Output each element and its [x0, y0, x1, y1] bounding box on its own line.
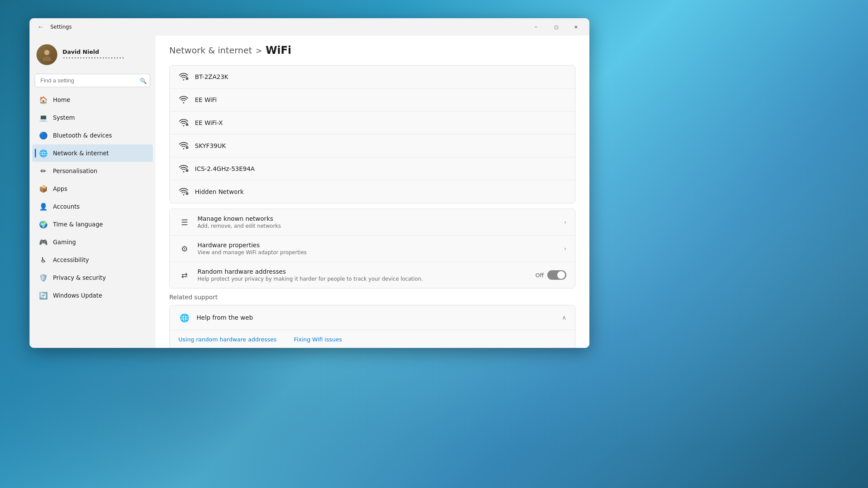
support-links: Using random hardware addressesFixing Wi…	[170, 330, 575, 348]
settings-row-random-hardware[interactable]: ⇄ Random hardware addresses Help protect…	[170, 262, 575, 288]
personalisation-icon: ✏️	[39, 167, 48, 175]
settings-row-title: Hardware properties	[197, 242, 557, 249]
sidebar-item-gaming[interactable]: 🎮 Gaming	[32, 233, 153, 251]
chevron-up-icon: ∧	[562, 314, 566, 321]
sidebar-item-bluetooth[interactable]: 🔵 Bluetooth & devices	[32, 127, 153, 144]
update-icon: 🔄	[39, 291, 48, 300]
user-info: David Nield ••••••••••••••••••••••	[62, 49, 125, 61]
settings-row-desc: Help protect your privacy by making it h…	[197, 276, 529, 282]
sidebar-item-privacy[interactable]: 🛡️ Privacy & security	[32, 269, 153, 286]
sidebar-item-label: Personalisation	[53, 167, 97, 174]
sidebar-item-label: Privacy & security	[53, 274, 106, 281]
sidebar-item-label: Accounts	[53, 203, 80, 210]
settings-row-hardware-properties[interactable]: ⚙ Hardware properties View and manage Wi…	[170, 236, 575, 262]
sidebar-item-label: Network & internet	[53, 150, 109, 157]
wifi-icon	[178, 95, 189, 105]
toggle-label: Off	[536, 272, 544, 278]
settings-row-title: Manage known networks	[197, 215, 557, 222]
titlebar-controls: − ▢ ✕	[526, 20, 586, 34]
toggle-wrap: Off	[536, 270, 566, 280]
network-name: EE WiFi	[195, 96, 217, 103]
user-name: David Nield	[62, 49, 125, 55]
globe-icon: 🌐	[178, 311, 191, 324]
support-link[interactable]: Using random hardware addresses	[178, 336, 276, 343]
support-header[interactable]: 🌐 Help from the web ∧	[170, 305, 575, 330]
system-icon: 💻	[39, 113, 48, 122]
svg-rect-10	[186, 193, 188, 195]
chevron-right-icon: ›	[564, 219, 566, 226]
network-item[interactable]: Hidden Network	[170, 180, 575, 203]
svg-rect-4	[186, 124, 188, 126]
home-icon: 🏠	[39, 95, 48, 104]
time-icon: 🌍	[39, 220, 48, 229]
titlebar: ← Settings − ▢ ✕	[30, 18, 589, 36]
sidebar-item-update[interactable]: 🔄 Windows Update	[32, 287, 153, 304]
support-link[interactable]: Fixing Wifi issues	[294, 336, 342, 343]
sidebar-item-time[interactable]: 🌍 Time & language	[32, 216, 153, 233]
svg-point-0	[44, 50, 49, 55]
sidebar-item-system[interactable]: 💻 System	[32, 109, 153, 126]
svg-rect-2	[186, 78, 188, 80]
settings-row-right: ›	[564, 219, 566, 226]
network-list: BT-2ZA23K EE WiFi EE WiFi-X SKYF39UK	[169, 65, 575, 203]
sidebar-item-accessibility[interactable]: ♿ Accessibility	[32, 251, 153, 269]
related-support-title: Related support	[169, 294, 575, 301]
sidebar-item-accounts[interactable]: 👤 Accounts	[32, 198, 153, 215]
titlebar-left: ← Settings	[35, 21, 72, 33]
sidebar-item-label: System	[53, 114, 75, 121]
network-item[interactable]: EE WiFi-X	[170, 111, 575, 134]
svg-rect-8	[186, 170, 188, 172]
settings-row-text: Hardware properties View and manage WiFi…	[197, 242, 557, 255]
svg-rect-6	[186, 147, 188, 149]
network-item[interactable]: EE WiFi	[170, 88, 575, 111]
related-support: Related support 🌐 Help from the web ∧ Us…	[169, 294, 575, 348]
sidebar-item-home[interactable]: 🏠 Home	[32, 91, 153, 108]
network-name: ICS-2.4GHz-53E94A	[195, 165, 255, 172]
settings-row-right: ›	[564, 245, 566, 252]
network-item[interactable]: ICS-2.4GHz-53E94A	[170, 157, 575, 180]
sidebar-item-label: Bluetooth & devices	[53, 132, 112, 139]
network-icon: 🌐	[39, 149, 48, 157]
settings-row-text: Random hardware addresses Help protect y…	[197, 268, 529, 282]
support-header-title: Help from the web	[197, 314, 556, 321]
network-item[interactable]: SKYF39UK	[170, 134, 575, 157]
settings-row-manage-networks[interactable]: ☰ Manage known networks Add, remove, and…	[170, 209, 575, 236]
sidebar-item-apps[interactable]: 📦 Apps	[32, 180, 153, 197]
accounts-icon: 👤	[39, 202, 48, 211]
network-item[interactable]: BT-2ZA23K	[170, 66, 575, 88]
sidebar-item-label: Home	[53, 96, 70, 103]
back-button[interactable]: ←	[35, 21, 47, 33]
minimize-button[interactable]: −	[526, 20, 546, 34]
accessibility-icon: ♿	[39, 255, 48, 264]
sidebar: David Nield •••••••••••••••••••••• 🔍 🏠 H…	[30, 36, 155, 348]
settings-row-text: Manage known networks Add, remove, and e…	[197, 215, 557, 229]
network-name: EE WiFi-X	[195, 119, 223, 126]
search-input[interactable]	[35, 74, 150, 87]
toggle-knob	[557, 271, 565, 279]
maximize-button[interactable]: ▢	[546, 20, 566, 34]
apps-icon: 📦	[39, 184, 48, 193]
wifi-icon	[178, 72, 189, 82]
settings-row-icon: ☰	[178, 216, 191, 228]
wifi-icon	[178, 164, 189, 174]
settings-list: ☰ Manage known networks Add, remove, and…	[169, 209, 575, 288]
titlebar-title: Settings	[50, 24, 72, 30]
privacy-icon: 🛡️	[39, 273, 48, 282]
settings-row-right: Off	[536, 270, 566, 280]
wifi-icon	[178, 118, 189, 128]
search-icon: 🔍	[140, 77, 147, 84]
gaming-icon: 🎮	[39, 238, 48, 246]
support-section: 🌐 Help from the web ∧ Using random hardw…	[169, 305, 575, 348]
sidebar-item-network[interactable]: 🌐 Network & internet	[32, 144, 153, 162]
search-box: 🔍	[35, 74, 150, 87]
close-button[interactable]: ✕	[566, 20, 586, 34]
svg-point-1	[43, 56, 51, 61]
settings-row-desc: View and manage WiFi adaptor properties	[197, 249, 557, 255]
window-body: David Nield •••••••••••••••••••••• 🔍 🏠 H…	[30, 36, 589, 348]
toggle-switch[interactable]	[547, 270, 566, 280]
breadcrumb-parent[interactable]: Network & internet	[169, 45, 252, 56]
breadcrumb-current: WiFi	[266, 44, 291, 56]
user-email: ••••••••••••••••••••••	[62, 55, 125, 61]
sidebar-item-personalisation[interactable]: ✏️ Personalisation	[32, 162, 153, 180]
breadcrumb-separator: >	[256, 46, 262, 55]
